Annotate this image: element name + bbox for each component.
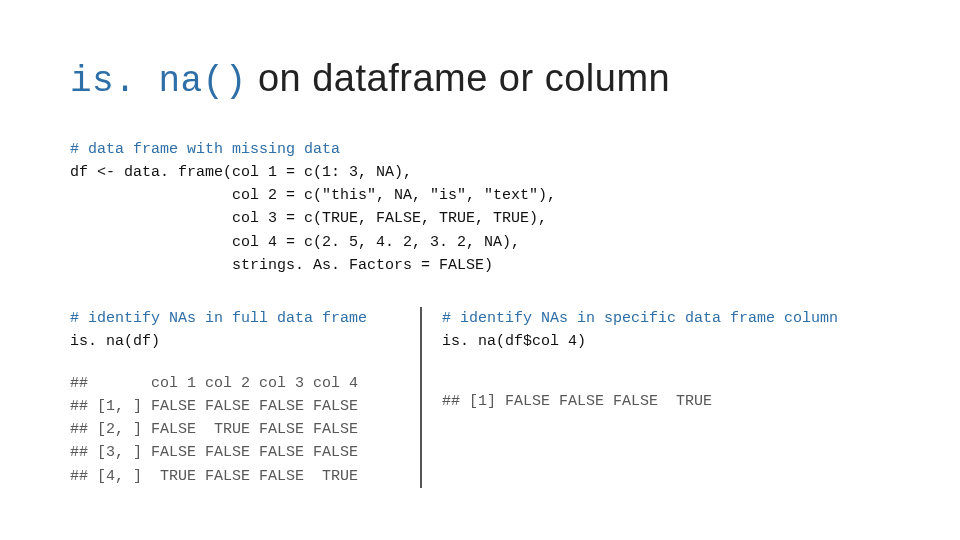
right-column: # identify NAs in specific data frame co… [442,307,890,488]
right-code: is. na(df$col 4) [442,333,586,350]
right-output: ## [1] FALSE FALSE FALSE TRUE [442,393,712,410]
top-comment: # data frame with missing data [70,141,340,158]
columns: # identify NAs in full data frame is. na… [70,307,890,488]
top-code-line: strings. As. Factors = FALSE) [70,257,493,274]
column-divider [420,307,422,488]
left-output-line: ## [3, ] FALSE FALSE FALSE FALSE [70,444,358,461]
left-output-line: ## [1, ] FALSE FALSE FALSE FALSE [70,398,358,415]
left-code: is. na(df) [70,333,160,350]
slide: is. na() on dataframe or column # data f… [0,0,960,540]
page-title: is. na() on dataframe or column [70,58,890,102]
top-code-line: col 2 = c("this", NA, "is", "text"), [70,187,556,204]
title-plain: on dataframe or column [247,57,670,99]
title-code: is. na() [70,61,247,102]
left-output-line: ## [4, ] TRUE FALSE FALSE TRUE [70,468,358,485]
right-comment: # identify NAs in specific data frame co… [442,310,838,327]
top-code-block: # data frame with missing data df <- dat… [70,138,890,278]
top-code-line: col 4 = c(2. 5, 4. 2, 3. 2, NA), [70,234,520,251]
left-column: # identify NAs in full data frame is. na… [70,307,420,488]
top-code-line: df <- data. frame(col 1 = c(1: 3, NA), [70,164,412,181]
left-output-line: ## col 1 col 2 col 3 col 4 [70,375,358,392]
left-output-line: ## [2, ] FALSE TRUE FALSE FALSE [70,421,358,438]
top-code-line: col 3 = c(TRUE, FALSE, TRUE, TRUE), [70,210,547,227]
left-comment: # identify NAs in full data frame [70,310,367,327]
